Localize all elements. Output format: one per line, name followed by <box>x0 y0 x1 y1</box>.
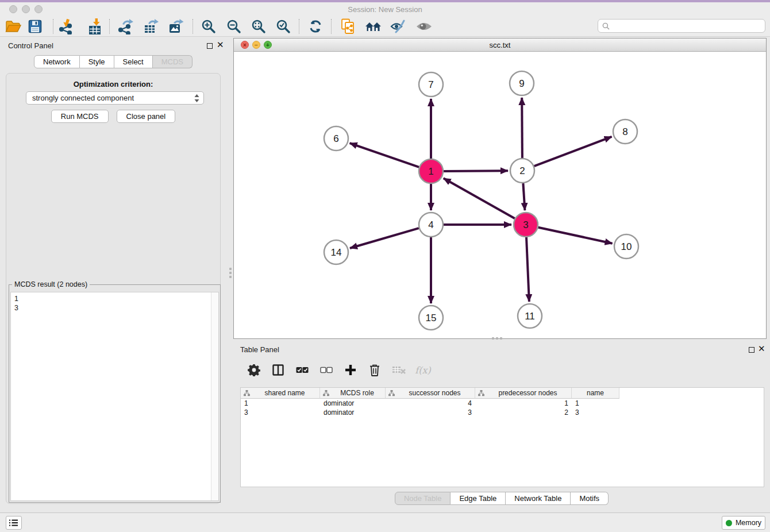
edge-2-9[interactable] <box>522 98 522 158</box>
node-7[interactable]: 7 <box>419 72 443 97</box>
search-field[interactable] <box>598 19 765 33</box>
select-all-columns-icon[interactable] <box>294 362 310 378</box>
hide-selected-icon[interactable] <box>388 17 408 36</box>
node-10[interactable]: 10 <box>614 234 638 259</box>
delete-row-icon[interactable] <box>367 362 383 378</box>
tab-network[interactable]: Network <box>34 55 80 68</box>
clone-network-icon[interactable] <box>338 17 358 36</box>
open-session-icon[interactable] <box>3 17 23 36</box>
table-settings-icon[interactable] <box>246 362 262 378</box>
result-scrollbar[interactable] <box>211 292 218 500</box>
table-tab-network-table[interactable]: Network Table <box>506 492 571 505</box>
close-panel-button[interactable]: Close panel <box>117 110 176 123</box>
cell[interactable]: 3 <box>572 408 619 417</box>
svg-text:11: 11 <box>525 311 535 322</box>
apply-function-icon[interactable]: f(x) <box>415 362 431 378</box>
control-panel-title: Control Panel <box>8 41 53 50</box>
delete-table-icon[interactable] <box>391 362 407 378</box>
edge-2-8[interactable] <box>534 137 612 166</box>
memory-status-icon <box>726 520 732 526</box>
node-2[interactable]: 2 <box>510 159 534 183</box>
float-panel-icon[interactable] <box>207 43 213 49</box>
chevron-updown-icon <box>194 94 200 105</box>
table-tab-edge-table[interactable]: Edge Table <box>451 492 506 505</box>
toolbar-separator <box>299 19 299 34</box>
deselect-all-columns-icon[interactable] <box>318 362 334 378</box>
close-table-panel-icon[interactable]: ✕ <box>758 344 765 354</box>
zoom-out-icon[interactable] <box>224 17 244 36</box>
mcds-result-textarea[interactable]: 1 3 <box>10 292 219 501</box>
zoom-selected-icon[interactable] <box>274 17 293 36</box>
edge-1-2[interactable] <box>444 171 508 171</box>
node-1[interactable]: 1 <box>419 159 443 183</box>
cell[interactable]: 1 <box>475 399 572 408</box>
network-graph[interactable]: 7968124314101511 <box>234 52 766 338</box>
optimization-dropdown[interactable]: strongly connected component <box>26 91 204 105</box>
export-network-icon[interactable] <box>116 17 136 36</box>
node-9[interactable]: 9 <box>510 71 534 95</box>
vertical-splitter-handle[interactable] <box>229 268 232 278</box>
cell[interactable]: 4 <box>386 399 475 408</box>
edge-3-1[interactable] <box>444 178 515 218</box>
column-header-successor-nodes[interactable]: successor nodes <box>386 388 475 399</box>
main-toolbar <box>0 16 770 37</box>
tab-style[interactable]: Style <box>80 55 114 68</box>
cell[interactable]: 3 <box>386 408 475 417</box>
import-network-icon[interactable] <box>57 17 76 36</box>
network-canvas[interactable]: 7968124314101511 <box>234 52 766 338</box>
save-session-icon[interactable] <box>25 17 45 36</box>
table-tab-motifs[interactable]: Motifs <box>571 492 609 505</box>
optimization-dropdown-value: strongly connected component <box>32 94 134 102</box>
search-input[interactable] <box>613 21 765 31</box>
edge-3-10[interactable] <box>538 228 613 244</box>
cell[interactable]: dominator <box>320 399 386 408</box>
node-8[interactable]: 8 <box>613 119 637 144</box>
run-mcds-button[interactable]: Run MCDS <box>51 110 109 123</box>
node-6[interactable]: 6 <box>324 126 348 151</box>
show-graphics-details-icon[interactable] <box>414 17 434 36</box>
apply-layout-icon[interactable] <box>306 17 325 36</box>
node-11[interactable]: 11 <box>518 304 542 328</box>
column-header-shared-name[interactable]: shared name <box>241 388 320 399</box>
cell[interactable]: 2 <box>475 408 572 417</box>
add-row-icon[interactable] <box>342 362 359 378</box>
cell[interactable]: dominator <box>320 408 386 417</box>
edge-3-11[interactable] <box>526 237 529 302</box>
export-image-icon[interactable] <box>166 17 186 36</box>
show-all-nodes-icon[interactable] <box>364 17 383 36</box>
node-3[interactable]: 3 <box>514 213 538 237</box>
memory-button[interactable]: Memory <box>722 516 765 530</box>
toolbar-separator <box>53 19 53 34</box>
cell[interactable]: 1 <box>572 399 619 408</box>
zoom-in-icon[interactable] <box>199 17 218 36</box>
network-window-titlebar[interactable]: × − + scc.txt <box>234 38 766 52</box>
import-table-icon[interactable] <box>86 17 105 36</box>
edge-4-14[interactable] <box>350 228 419 248</box>
float-table-panel-icon[interactable] <box>749 347 754 353</box>
table-panel: Table Panel ✕ f(x) <box>233 342 770 510</box>
horizontal-splitter-handle[interactable] <box>492 337 502 340</box>
table-row[interactable]: 3dominator323 <box>241 408 764 417</box>
table-row[interactable]: 1dominator411 <box>241 399 764 408</box>
table-tab-node-table[interactable]: Node Table <box>395 492 451 505</box>
node-14[interactable]: 14 <box>324 240 348 264</box>
tab-select[interactable]: Select <box>114 55 153 68</box>
titlebar: Session: New Session <box>0 2 770 16</box>
node-15[interactable]: 15 <box>419 306 443 330</box>
export-table-icon[interactable] <box>141 17 161 36</box>
zoom-fit-icon[interactable] <box>249 17 268 36</box>
tab-mcds[interactable]: MCDS <box>153 55 192 68</box>
cell[interactable]: 3 <box>241 408 320 417</box>
toolbar-separator <box>331 19 332 34</box>
edge-1-6[interactable] <box>350 143 419 167</box>
column-header-name[interactable]: name <box>572 388 619 399</box>
close-panel-icon[interactable]: ✕ <box>217 40 224 50</box>
show-panels-button[interactable] <box>6 516 22 530</box>
edge-2-3[interactable] <box>523 183 525 210</box>
table-panel-title: Table Panel <box>240 345 279 354</box>
column-header-predecessor-nodes[interactable]: predecessor nodes <box>475 388 572 399</box>
node-4[interactable]: 4 <box>419 213 443 237</box>
toggle-columns-icon[interactable] <box>270 362 286 378</box>
column-header-MCDS-role[interactable]: MCDS role <box>320 388 386 399</box>
cell[interactable]: 1 <box>241 399 320 408</box>
